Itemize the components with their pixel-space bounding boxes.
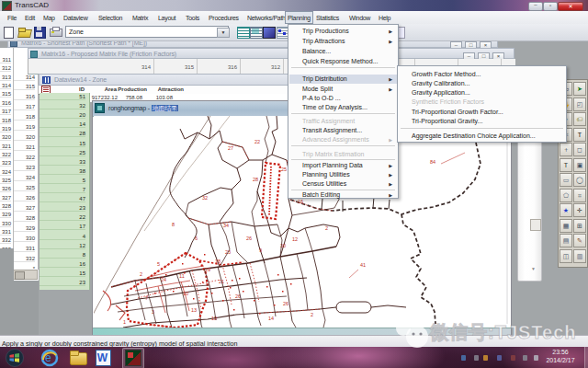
svg-text:12: 12: [292, 236, 298, 242]
svg-text:1: 1: [123, 319, 126, 325]
svg-text:8: 8: [172, 222, 175, 227]
svg-text:24: 24: [161, 277, 166, 282]
svg-text:41: 41: [360, 262, 366, 268]
svg-text:6: 6: [195, 236, 198, 241]
svg-text:84: 84: [430, 159, 435, 165]
svg-text:2: 2: [311, 312, 313, 317]
svg-text:11: 11: [179, 273, 185, 279]
svg-text:13: 13: [191, 307, 197, 313]
svg-text:29: 29: [205, 267, 210, 272]
svg-text:10: 10: [183, 291, 188, 296]
svg-text:28: 28: [253, 177, 258, 182]
svg-text:5: 5: [157, 261, 160, 267]
svg-text:27: 27: [228, 145, 233, 151]
svg-text:21: 21: [219, 279, 224, 284]
svg-text:32: 32: [202, 195, 208, 201]
svg-text:e: e: [45, 351, 51, 364]
svg-text:2: 2: [325, 225, 328, 231]
svg-text:18: 18: [215, 259, 220, 264]
svg-text:2: 2: [140, 271, 142, 277]
svg-text:26: 26: [246, 236, 252, 241]
svg-text:7: 7: [145, 295, 148, 301]
svg-text:34: 34: [223, 223, 229, 228]
svg-text:18: 18: [211, 316, 217, 321]
svg-text:14: 14: [268, 316, 274, 321]
svg-text:25: 25: [281, 167, 287, 172]
svg-text:22: 22: [254, 139, 260, 144]
svg-text:26: 26: [283, 301, 288, 306]
svg-text:9: 9: [259, 247, 262, 253]
